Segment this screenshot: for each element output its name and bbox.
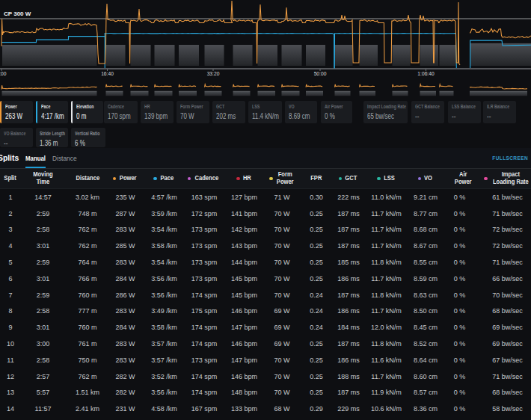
svg-text:16:40: 16:40 [101,71,114,76]
svg-text:33:20: 33:20 [207,71,220,76]
svg-text:0:00: 0:00 [0,71,7,76]
svg-text:1:06:40: 1:06:40 [417,71,435,76]
svg-text:50:00: 50:00 [314,71,327,76]
svg-text:CP 300 W: CP 300 W [4,10,31,17]
